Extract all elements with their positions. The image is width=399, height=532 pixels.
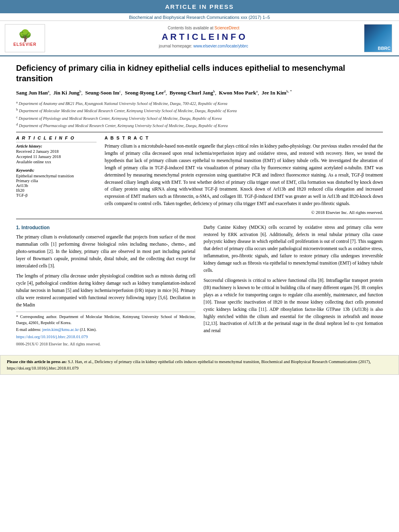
bbrc-box: BBRC — [364, 24, 392, 52]
keyword-tgfbeta: TGF-β — [16, 193, 97, 197]
article-info-heading: A R T I C L E I N F O — [16, 136, 97, 140]
doi-link[interactable]: https://doi.org/10.1016/j.bbrc.2018.01.0… — [16, 335, 88, 339]
right-para-2: Successful ciliogenesis is critical to a… — [204, 277, 383, 335]
affiliation-d: d Department of Pharmacology and Medical… — [16, 122, 383, 129]
affiliations: a Department of Anatomy and BK21 Plus, K… — [16, 100, 383, 129]
intro-para-1: The primary cilium is evolutionarily con… — [16, 234, 195, 269]
intro-para-2: The lengths of primary cilia decrease un… — [16, 273, 195, 308]
affiliation-c: c Department of Physiology and Medical R… — [16, 115, 383, 121]
bottom-citation-bar: Please cite this article in press as: S.… — [0, 355, 399, 375]
keyword-ift20: Ift20 — [16, 188, 97, 193]
abstract-heading: A B S T R A C T — [105, 136, 383, 140]
bbrc-logo: BBRC — [362, 24, 394, 52]
abstract-column: A B S T R A C T Primary cilium is a micr… — [105, 136, 383, 214]
footnote-email: E-mail address: jeein.kim@kmu.ac.kr (J.I… — [16, 327, 195, 333]
available-online: Available online xxx — [16, 160, 97, 164]
homepage-link[interactable]: www.elsevier.com/locate/ybbrc — [193, 44, 248, 48]
author-jin-ki-jung: Jin Ki Jung — [53, 90, 80, 96]
homepage-prefix: journal homepage: — [159, 44, 193, 48]
right-para-1: Darby Canine Kidney (MDCK) cells occurre… — [204, 224, 383, 274]
journal-reference-line: Biochemical and Biophysical Research Com… — [0, 13, 399, 21]
article-content: Deficiency of primary cilia in kidney ep… — [0, 56, 399, 352]
journal-main-title: A R T I C L E I N F O — [53, 32, 354, 42]
article-in-press-banner: ARTICLE IN PRESS — [0, 0, 399, 13]
body-two-column: 1. Introduction The primary cilium is ev… — [16, 224, 383, 348]
footnote-doi: https://doi.org/10.1016/j.bbrc.2018.01.0… — [16, 334, 195, 340]
journal-header: 🌳 ELSEVIER Contents lists available at S… — [0, 21, 399, 56]
body-right-column: Darby Canine Kidney (MDCK) cells occurre… — [204, 224, 383, 348]
article-title: Deficiency of primary cilia in kidney ep… — [16, 63, 383, 84]
body-left-column: 1. Introduction The primary cilium is ev… — [16, 224, 195, 348]
keyword-primary-cilia: Primary cilia — [16, 179, 97, 183]
corresponding-label: * Corresponding author. — [16, 314, 57, 319]
contents-line: Contents lists available at ScienceDirec… — [53, 26, 354, 30]
keywords-label: Keywords: — [16, 168, 97, 173]
article-info-column: A R T I C L E I N F O Article history: R… — [16, 136, 97, 214]
bbrc-text: BBRC — [378, 46, 391, 51]
author-sang-jun-han: Sang Jun Han — [16, 90, 48, 96]
keyword-emt: Epithelial mesenchymal transition — [16, 174, 97, 178]
sciencedirect-link[interactable]: ScienceDirect — [214, 26, 239, 30]
copyright-line: © 2018 Elsevier Inc. All rights reserved… — [105, 210, 383, 215]
contents-prefix: Contents lists available at — [168, 26, 214, 30]
elsevier-label: ELSEVIER — [13, 42, 36, 47]
info-rule — [16, 142, 97, 142]
journal-homepage: journal homepage: www.elsevier.com/locat… — [53, 44, 354, 48]
affiliation-a: a Department of Anatomy and BK21 Plus, K… — [16, 100, 383, 107]
introduction-heading: 1. Introduction — [16, 224, 195, 232]
citation-prefix: Please cite this article in press as: — [7, 359, 68, 364]
author-seong-ryong-lee: Seong-Ryong Lee — [125, 90, 164, 96]
authors-line: Sang Jun Hana, Jin Ki Jungb, Seung-Soon … — [16, 88, 383, 97]
footnote-corresponding: * Corresponding author. Department of Mo… — [16, 314, 195, 326]
section-divider-1 — [16, 132, 383, 132]
author-byeong-churl-jang: Byeong-Churl Jang — [169, 90, 213, 96]
history-label: Article history: — [16, 144, 97, 148]
email-link[interactable]: jeein.kim@kmu.ac.kr — [42, 327, 79, 332]
journal-title-area: Contents lists available at ScienceDirec… — [45, 24, 362, 52]
email-suffix: (J.I. Kim). — [80, 327, 97, 332]
author-jee-in-kim: Jee In Kim — [262, 90, 286, 96]
section-divider-2 — [16, 219, 383, 219]
email-label: E-mail address: — [16, 327, 42, 332]
abstract-text: Primary cilium is a microtubule-based no… — [105, 143, 383, 207]
keyword-arl13b: Arl13b — [16, 183, 97, 188]
elsevier-logo: 🌳 ELSEVIER — [5, 24, 45, 52]
elsevier-tree-icon: 🌳 — [18, 30, 32, 41]
footnotes: * Corresponding author. Department of Mo… — [16, 312, 195, 347]
accepted-date: Accepted 11 January 2018 — [16, 154, 97, 159]
footnote-issn: 0006-291X/© 2018 Elsevier Inc. All right… — [16, 341, 195, 347]
author-seung-soon-im: Seung-Soon Im — [85, 90, 119, 96]
author-kwon-moo-park: Kwon Moo Park — [219, 90, 256, 96]
received-date: Received 2 January 2018 — [16, 149, 97, 154]
info-abstract-row: A R T I C L E I N F O Article history: R… — [16, 136, 383, 214]
affiliation-b: b Department of Molecular Medicine and M… — [16, 107, 383, 114]
